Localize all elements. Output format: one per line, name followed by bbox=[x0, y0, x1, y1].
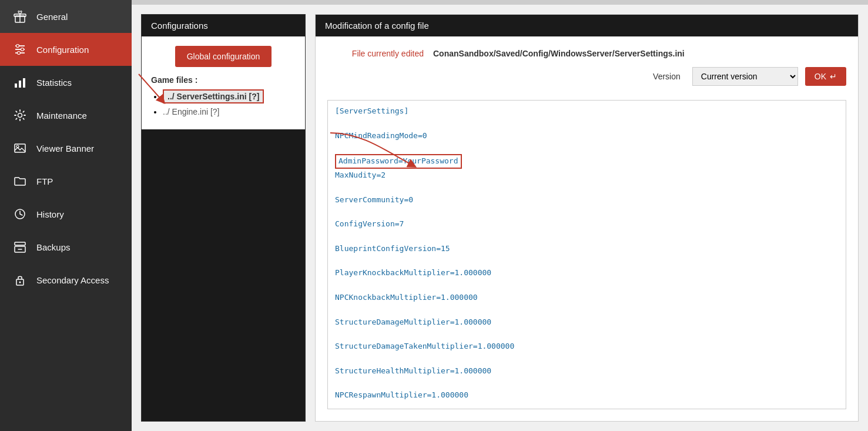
svg-rect-9 bbox=[15, 83, 17, 88]
list-item[interactable]: ../ Engine.ini [?] bbox=[163, 107, 296, 116]
return-icon: ↵ bbox=[830, 72, 837, 81]
sidebar-item-maintenance[interactable]: Maintenance bbox=[0, 99, 132, 132]
sidebar-item-label: Statistics bbox=[36, 78, 72, 88]
svg-rect-11 bbox=[23, 78, 25, 88]
image-icon bbox=[12, 140, 28, 156]
mod-panel: Modification of a config file File curre… bbox=[315, 14, 859, 422]
config-panel-header: Configurations bbox=[142, 15, 305, 36]
config-line: StructureHealthMultiplier=1.000000 bbox=[335, 365, 839, 377]
config-panel-body: Global configuration Game files : ../ Se… bbox=[142, 36, 305, 129]
sidebar-item-statistics[interactable]: Statistics bbox=[0, 66, 132, 99]
folder-icon bbox=[12, 173, 28, 189]
config-line: ServerCommunity=0 bbox=[335, 194, 839, 206]
file-currently-edited-label: File currently edited bbox=[352, 49, 424, 58]
sidebar-item-label: Secondary Access bbox=[36, 275, 109, 285]
config-panel: Configurations Global configuration Game… bbox=[141, 14, 306, 422]
info-rows: File currently edited ConanSandbox/Saved… bbox=[327, 48, 846, 91]
sidebar-item-backups[interactable]: Backups bbox=[0, 230, 132, 263]
sidebar-item-label: Maintenance bbox=[36, 111, 87, 121]
sidebar-item-label: Viewer Banner bbox=[36, 143, 94, 153]
sidebar-item-label: History bbox=[36, 209, 64, 219]
version-select[interactable]: Current version bbox=[692, 67, 798, 86]
gear-icon bbox=[12, 107, 28, 123]
svg-point-12 bbox=[18, 113, 22, 118]
file-label-cell: File currently edited bbox=[327, 48, 433, 59]
bar-chart-icon bbox=[12, 74, 28, 91]
top-bar bbox=[132, 0, 868, 5]
archive-icon bbox=[12, 239, 28, 255]
gift-icon bbox=[12, 8, 28, 25]
config-line: [ServerSettings] bbox=[335, 105, 839, 118]
svg-point-20 bbox=[19, 282, 21, 283]
file-info-row: File currently edited ConanSandbox/Saved… bbox=[327, 48, 846, 59]
sidebar-item-secondary-access[interactable]: Secondary Access bbox=[0, 263, 132, 296]
global-config-button[interactable]: Global configuration bbox=[175, 46, 272, 67]
list-item[interactable]: ../ ServerSettings.ini [?] bbox=[163, 89, 296, 103]
config-line: ConfigVersion=7 bbox=[335, 218, 839, 230]
svg-point-7 bbox=[21, 48, 24, 51]
sidebar-item-history[interactable]: History bbox=[0, 198, 132, 230]
config-line: MaxNudity=2 bbox=[335, 169, 839, 182]
config-line: StructureDamageMultiplier=1.000000 bbox=[335, 316, 839, 329]
game-files-label: Game files : bbox=[151, 75, 296, 85]
mod-panel-header: Modification of a config file bbox=[316, 15, 858, 36]
sidebar-item-viewer-banner[interactable]: Viewer Banner bbox=[0, 132, 132, 165]
svg-point-8 bbox=[18, 52, 21, 55]
sidebar-item-general[interactable]: General bbox=[0, 0, 132, 33]
version-label: Version bbox=[653, 72, 685, 81]
engine-ini-link[interactable]: ../ Engine.ini [?] bbox=[163, 107, 220, 116]
main-content: Configurations Global configuration Game… bbox=[132, 0, 868, 431]
svg-rect-16 bbox=[15, 242, 25, 245]
sidebar-item-label: General bbox=[36, 12, 68, 22]
server-settings-link[interactable]: ../ ServerSettings.ini [?] bbox=[163, 89, 264, 103]
file-path-value: ConanSandbox/Saved/Config/WindowsServer/… bbox=[433, 49, 685, 58]
sidebar-item-ftp[interactable]: FTP bbox=[0, 165, 132, 198]
sidebar-item-label: Backups bbox=[36, 242, 71, 252]
clock-icon bbox=[12, 206, 28, 222]
version-row: Version Current version OK ↵ bbox=[327, 67, 846, 86]
sliders-icon bbox=[12, 41, 28, 58]
config-line: NPCMindReadingMode=0 bbox=[335, 130, 839, 142]
lock-icon bbox=[12, 272, 28, 288]
sidebar-item-label: Configuration bbox=[36, 45, 89, 55]
svg-point-6 bbox=[16, 45, 19, 48]
sidebar-item-label: FTP bbox=[36, 176, 53, 186]
config-line: BlueprintConfigVersion=15 bbox=[335, 243, 839, 255]
config-editor[interactable]: [ServerSettings]NPCMindReadingMode=0Admi… bbox=[327, 100, 846, 409]
svg-rect-13 bbox=[15, 144, 25, 152]
sidebar: General Configuration Statistics bbox=[0, 0, 132, 431]
file-list: ../ ServerSettings.ini [?] ../ Engine.in… bbox=[151, 89, 296, 116]
svg-rect-10 bbox=[19, 81, 21, 88]
config-line: AdminPassword=YourPassword bbox=[335, 154, 462, 169]
mod-panel-body: File currently edited ConanSandbox/Saved… bbox=[316, 36, 858, 421]
ok-button[interactable]: OK ↵ bbox=[805, 67, 846, 86]
config-line: NPCRespawnMultiplier=1.000000 bbox=[335, 389, 839, 402]
config-line: StructureDamageTakenMultiplier=1.000000 bbox=[335, 340, 839, 353]
config-line: NPCKnockbackMultiplier=1.000000 bbox=[335, 292, 839, 304]
sidebar-item-configuration[interactable]: Configuration bbox=[0, 33, 132, 66]
content-area: Configurations Global configuration Game… bbox=[132, 5, 868, 431]
config-line: PlayerKnockbackMultiplier=1.000000 bbox=[335, 267, 839, 279]
